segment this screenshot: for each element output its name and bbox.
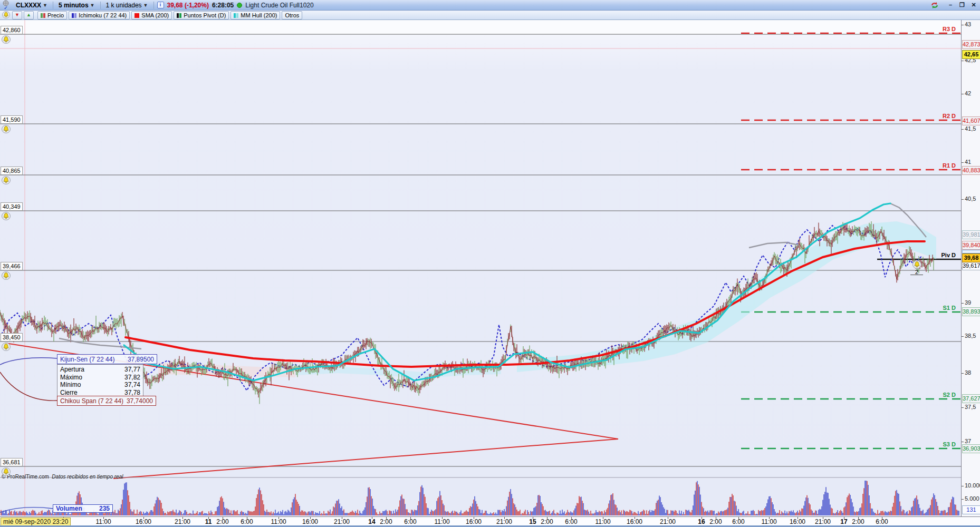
pivot-icon bbox=[177, 13, 181, 18]
alert-bell-icon[interactable] bbox=[2, 176, 11, 186]
check-icon: ✓ bbox=[4, 6, 8, 10]
axis-tick-label: 40,5 bbox=[965, 196, 976, 202]
units-dropdown[interactable]: 1 k unidades▼ bbox=[104, 1, 150, 9]
time-tick-label: 11:00 bbox=[434, 518, 449, 525]
legend-tab-sma-200-[interactable]: SMA (200) bbox=[131, 11, 172, 19]
level-price-box: 131 bbox=[962, 505, 980, 514]
kijun-tooltip: Kijun-Sen (7 22 44) 37,89500 bbox=[57, 354, 157, 364]
indicator-legend-bar: ▼ ▲ PrecioIchimoku (7 22 44)SMA (200)Pun… bbox=[0, 11, 980, 20]
time-tick-label: 6:00 bbox=[876, 518, 888, 525]
restore-button[interactable]: ❐ bbox=[958, 2, 966, 9]
time-tick-label: 11:00 bbox=[595, 518, 610, 525]
toolbar-separator bbox=[153, 2, 154, 9]
time-tick-label: 21:00 bbox=[815, 518, 831, 525]
time-tick-label: 14 bbox=[368, 518, 375, 525]
level-price-box: 37,627 bbox=[962, 394, 980, 403]
alert-price-label[interactable]: 42,860 bbox=[1, 26, 23, 34]
volume-name: Volumen bbox=[56, 505, 82, 512]
ohlc-key: Cierre bbox=[60, 389, 78, 396]
axis-tick-label: 37 bbox=[965, 438, 971, 444]
time-axis[interactable]: 6:0011:0016:0021:00112:006:0011:0016:002… bbox=[0, 516, 980, 526]
legend-tab-otros[interactable]: Otros bbox=[282, 11, 302, 19]
alert-bell-icon[interactable] bbox=[2, 343, 11, 352]
symbol-dropdown[interactable]: CLXXXX▼ bbox=[14, 1, 50, 9]
candles-icon bbox=[41, 13, 45, 18]
level-price-box: 42,65 bbox=[962, 50, 980, 59]
alert-price-label[interactable]: 38,450 bbox=[1, 333, 23, 341]
time-tick-label: 11:00 bbox=[95, 518, 111, 525]
time-tick-label: 21:00 bbox=[334, 518, 350, 525]
minimize-button[interactable]: – bbox=[946, 2, 955, 9]
time-tick-label: 16:00 bbox=[627, 518, 642, 525]
time-tick-label: 16:00 bbox=[136, 518, 151, 525]
time-tick-label: 2:00 bbox=[541, 518, 553, 525]
market-open-icon bbox=[237, 3, 242, 8]
info-icon[interactable]: i bbox=[157, 2, 164, 8]
hidden-price-box bbox=[962, 250, 980, 253]
legend-tab-puntos-pivot-d-[interactable]: Puntos Pivot (D) bbox=[174, 11, 229, 19]
ohlc-value: 37,77 bbox=[124, 366, 140, 373]
level-price-box: 39,617 bbox=[962, 261, 980, 270]
alert-bell-icon[interactable] bbox=[2, 125, 11, 134]
time-tick-label: 6:00 bbox=[565, 518, 577, 525]
alert-bell-icon[interactable] bbox=[2, 35, 11, 45]
alert-bell-icon[interactable] bbox=[2, 271, 11, 281]
time-tick-label: 17 bbox=[840, 518, 847, 525]
instrument-name: Light Crude Oil Full1020 bbox=[245, 2, 313, 9]
chevron-down-icon: ▼ bbox=[90, 3, 95, 8]
time-tick-label: 16:00 bbox=[466, 518, 482, 525]
kijun-name: Kijun-Sen (7 22 44) bbox=[60, 356, 114, 363]
pivot-label-s3-d: S3 D bbox=[924, 441, 956, 447]
close-button[interactable]: ✕ bbox=[969, 2, 978, 9]
pivot-label-piv-d: Piv D bbox=[924, 252, 956, 258]
alert-bell-icon[interactable] bbox=[2, 467, 11, 477]
time-tick-label: 15 bbox=[529, 518, 536, 525]
legend-tab-precio[interactable]: Precio bbox=[37, 11, 67, 19]
cursor-date-label: mié 09-sep-2020 23:20 bbox=[1, 518, 71, 526]
time-tick-label: 11:00 bbox=[761, 518, 776, 525]
alert-price-label[interactable]: 40,865 bbox=[1, 167, 23, 175]
sell-arrow-button[interactable]: ▼ bbox=[12, 11, 22, 19]
alert-bell-icon[interactable] bbox=[2, 212, 11, 221]
legend-tab-mm-hull-200-[interactable]: MM Hull (200) bbox=[230, 11, 280, 19]
time-tick-label: 2:00 bbox=[216, 518, 228, 525]
time-tick-label: 21:00 bbox=[175, 518, 190, 525]
timeframe-dropdown[interactable]: 5 minutos▼ bbox=[56, 1, 97, 9]
volume-tooltip: Volumen 235 bbox=[53, 504, 113, 513]
alert-price-label[interactable]: 40,349 bbox=[1, 202, 23, 211]
alert-price-label[interactable]: 41,590 bbox=[1, 115, 23, 124]
chikou-tooltip: Chikou Span (7 22 44) 37,74000 bbox=[57, 396, 156, 406]
time-tick-label: 6:00 bbox=[404, 518, 416, 525]
alerts-bell-button[interactable] bbox=[1, 11, 11, 19]
last-price: 39,68 (-1,20%) bbox=[167, 2, 209, 9]
axis-tick-label: 42 bbox=[965, 90, 971, 96]
sma-icon bbox=[134, 13, 139, 18]
legend-tab-label: Puntos Pivot (D) bbox=[184, 12, 226, 18]
legend-tab-label: Ichimoku (7 22 44) bbox=[79, 12, 127, 18]
workspace-icon[interactable]: ✓ bbox=[1, 0, 11, 10]
sync-icon[interactable] bbox=[929, 2, 940, 9]
ohlc-value: 37,74 bbox=[124, 381, 140, 388]
alert-price-label[interactable]: 36,681 bbox=[1, 458, 23, 466]
legend-tab-ichimoku-7-22-44-[interactable]: Ichimoku (7 22 44) bbox=[69, 11, 130, 19]
time-tick-label: 6:00 bbox=[732, 518, 744, 525]
chevron-down-icon: ▼ bbox=[143, 3, 148, 8]
clock: 6:28:05 bbox=[212, 2, 234, 9]
legend-tab-label: Otros bbox=[285, 12, 299, 18]
time-tick-label: 16 bbox=[698, 518, 705, 525]
kijun-value: 37,89500 bbox=[128, 356, 154, 363]
buy-arrow-button[interactable]: ▲ bbox=[24, 11, 34, 19]
triggered-alert-bell[interactable]: 2 bbox=[912, 260, 923, 275]
ohlc-key: Máximo bbox=[60, 374, 82, 381]
price-chart-canvas[interactable] bbox=[0, 0, 980, 527]
axis-tick-label: 41 bbox=[965, 159, 971, 165]
time-tick-label: 11 bbox=[205, 518, 212, 525]
axis-tick-label: 5.000 bbox=[965, 495, 979, 502]
alert-price-label[interactable]: 39,466 bbox=[1, 262, 23, 270]
main-toolbar: ✓ CLXXXX▼ 5 minutos▼ 1 k unidades▼ i 39,… bbox=[0, 0, 980, 11]
time-tick-label: 2:00 bbox=[709, 518, 722, 525]
legend-tab-label: Precio bbox=[47, 12, 64, 18]
ohlc-value: 37,82 bbox=[124, 374, 140, 381]
toolbar-separator bbox=[53, 2, 53, 9]
level-price-box: 36,903 bbox=[962, 444, 980, 453]
